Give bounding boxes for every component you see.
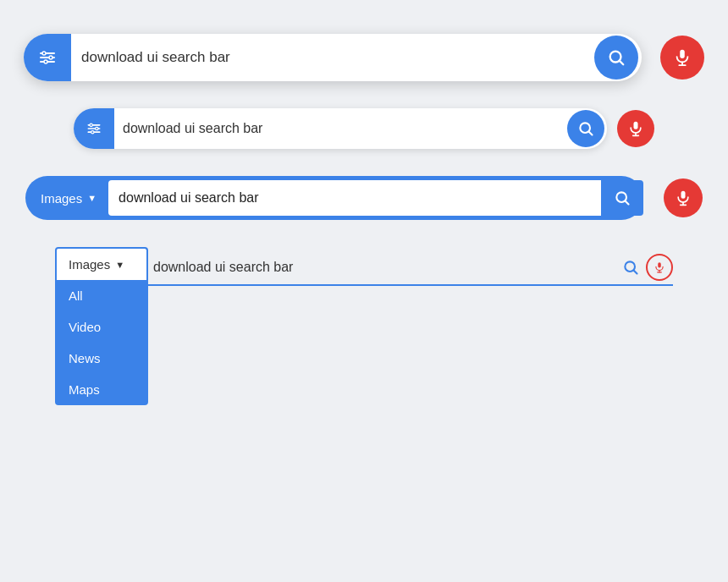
svg-line-18 — [620, 61, 623, 64]
search-button-4[interactable] — [620, 257, 641, 277]
dropdown-menu-4: All Video News Maps — [55, 280, 148, 405]
category-dropdown-4-wrap: Images ▼ All Video News Maps — [55, 247, 148, 405]
searchbar-row-1 — [24, 34, 704, 81]
svg-rect-35 — [681, 191, 686, 199]
category-dropdown-3[interactable]: Images ▼ — [25, 191, 108, 206]
svg-line-34 — [626, 201, 629, 205]
microphone-icon-3 — [675, 189, 692, 206]
svg-rect-40 — [658, 262, 661, 267]
svg-point-15 — [49, 56, 52, 59]
filter-button-1[interactable] — [24, 34, 71, 81]
dropdown-item-video[interactable]: Video — [55, 311, 148, 343]
search-icon-4 — [622, 259, 639, 276]
search-button-3[interactable] — [601, 180, 643, 216]
searchbar-1 — [24, 34, 642, 81]
chevron-down-icon-4: ▼ — [115, 260, 124, 270]
searchbar-row-4: Images ▼ All Video News Maps — [55, 247, 673, 405]
dropdown-label-4: Images — [69, 257, 110, 272]
search-icon-2 — [577, 120, 594, 137]
svg-point-26 — [96, 127, 98, 129]
svg-point-14 — [42, 52, 46, 55]
sliders-icon-1 — [37, 47, 58, 68]
svg-rect-30 — [634, 122, 638, 129]
searchbar-row-3: Images ▼ — [25, 176, 703, 220]
filter-button-2[interactable] — [74, 108, 114, 149]
search-input-3[interactable] — [108, 180, 601, 216]
chevron-down-icon-3: ▼ — [87, 193, 97, 203]
svg-point-27 — [91, 131, 94, 134]
microphone-icon-4 — [654, 261, 665, 273]
search-button-1[interactable] — [594, 36, 638, 80]
mic-button-2[interactable] — [617, 110, 654, 147]
svg-line-29 — [589, 132, 593, 135]
search-icon-3 — [614, 189, 631, 206]
dropdown-item-news[interactable]: News — [55, 343, 148, 374]
svg-rect-19 — [680, 50, 685, 58]
dropdown-item-maps[interactable]: Maps — [55, 374, 148, 405]
microphone-icon-2 — [627, 120, 644, 137]
sliders-icon-2 — [85, 120, 102, 137]
mic-button-3[interactable] — [664, 178, 703, 217]
searchbar-4: Images ▼ All Video News Maps — [55, 247, 673, 405]
mic-button-4[interactable] — [646, 254, 673, 281]
search-input-1[interactable] — [71, 49, 594, 66]
category-dropdown-4[interactable]: Images ▼ — [55, 247, 148, 280]
dropdown-item-all[interactable]: All — [55, 280, 148, 311]
svg-point-16 — [44, 60, 47, 63]
searchbar-2 — [74, 108, 607, 149]
dropdown-label-3: Images — [41, 191, 82, 206]
searchbar-4-input-area — [148, 247, 673, 286]
svg-point-25 — [90, 124, 92, 126]
search-icon-1 — [607, 48, 626, 67]
microphone-icon-1 — [673, 48, 692, 67]
search-input-2[interactable] — [114, 121, 567, 136]
searchbar-row-2 — [74, 108, 654, 149]
search-input-4[interactable] — [148, 260, 615, 275]
svg-line-39 — [634, 271, 637, 274]
mic-button-1[interactable] — [660, 36, 704, 80]
searchbar-3: Images ▼ — [25, 176, 643, 220]
search-button-2[interactable] — [567, 110, 604, 147]
